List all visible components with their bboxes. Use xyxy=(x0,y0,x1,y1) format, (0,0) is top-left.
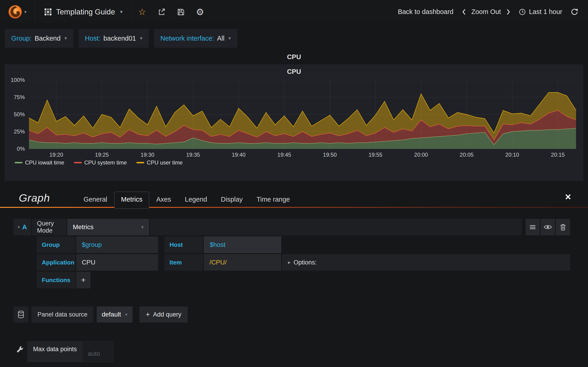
add-function-button[interactable]: + xyxy=(76,272,90,288)
caret-down-icon: ▾ xyxy=(140,35,142,41)
x-tick-label: 19:40 xyxy=(232,152,246,158)
query-row-group-host: Group $group Host $host xyxy=(37,236,570,253)
panel-type-title: Graph xyxy=(19,192,50,208)
caret-down-icon: ▾ xyxy=(141,224,144,230)
database-icon xyxy=(17,311,24,318)
y-tick-label: 100% xyxy=(11,77,25,83)
tab-time-range[interactable]: Time range xyxy=(250,192,297,208)
dashboard-title-dropdown[interactable]: Templating Guide ▾ xyxy=(35,0,132,24)
x-tick-label: 19:50 xyxy=(323,152,337,158)
plus-icon: + xyxy=(146,311,150,318)
clock-icon xyxy=(519,8,526,15)
query-toggle-visibility-button[interactable] xyxy=(541,219,555,235)
star-icon: ☆ xyxy=(138,8,146,16)
chart-legend: CPU iowait time CPU system time CPU user… xyxy=(5,159,583,166)
wrench-icon xyxy=(16,345,24,353)
datasource-value: default xyxy=(102,311,121,318)
graph-panel: CPU 100% 75% 50% 25% 0% 19:2019:2519:301… xyxy=(5,65,583,181)
caret-down-icon: ▾ xyxy=(120,9,123,15)
query-letter: A xyxy=(22,223,27,231)
max-data-points-input[interactable] xyxy=(84,341,113,362)
caret-down-icon: ▾ xyxy=(65,35,67,41)
query-mode-value: Metrics xyxy=(73,223,94,231)
query-row-filler xyxy=(150,219,522,235)
panel-title[interactable]: CPU xyxy=(5,65,583,75)
x-tick-label: 20:00 xyxy=(414,152,428,158)
host-label: Host xyxy=(164,236,203,253)
zoom-out-button[interactable]: Zoom Out xyxy=(471,8,501,16)
refresh-icon[interactable] xyxy=(571,8,578,16)
trash-icon xyxy=(560,223,566,231)
y-tick-label: 50% xyxy=(14,111,25,118)
query-delete-button[interactable] xyxy=(556,219,570,235)
max-data-points-row: Max data points xyxy=(14,341,588,362)
tab-axes[interactable]: Axes xyxy=(149,192,178,208)
variable-label: Group: xyxy=(11,35,32,42)
query-collapse-toggle[interactable]: ▾ A xyxy=(14,219,31,235)
y-tick-label: 25% xyxy=(14,128,25,135)
tab-display[interactable]: Display xyxy=(214,192,250,208)
query-row-a: ▾ A Query Mode Metrics ▾ xyxy=(14,219,570,235)
save-button[interactable] xyxy=(171,0,190,24)
dashboard-grid-icon xyxy=(44,8,52,15)
chevron-right-icon[interactable] xyxy=(506,8,510,16)
variable-value: Backend xyxy=(35,35,61,42)
chart-plot-area[interactable] xyxy=(29,80,576,149)
settings-button[interactable]: ⚙ xyxy=(190,0,210,24)
query-row-functions: Functions + xyxy=(37,272,570,288)
add-query-button[interactable]: + Add query xyxy=(139,307,188,323)
caret-right-icon: ▸ xyxy=(288,259,291,265)
variable-netif-dropdown[interactable]: Network interface: All ▾ xyxy=(154,29,237,48)
query-menu-button[interactable] xyxy=(526,219,540,235)
options-label: Options: xyxy=(294,259,317,266)
graph-area: 100% 75% 50% 25% 0% 19:2019:2519:3019:35… xyxy=(5,75,583,159)
star-button[interactable]: ☆ xyxy=(132,0,152,24)
x-tick-label: 19:35 xyxy=(186,152,200,158)
series-label: CPU system time xyxy=(84,159,127,166)
caret-down-icon: ▾ xyxy=(24,9,26,15)
caret-down-icon: ▾ xyxy=(125,312,128,317)
y-axis: 100% 75% 50% 25% 0% xyxy=(5,80,29,149)
grafana-logo-button[interactable]: ▾ xyxy=(0,0,35,24)
legend-item-user[interactable]: CPU user time xyxy=(137,159,183,166)
item-label: Item xyxy=(164,254,203,271)
chevron-left-icon[interactable] xyxy=(462,8,466,16)
options-toggle[interactable]: ▸ Options: xyxy=(282,254,570,271)
host-value-field[interactable]: $host xyxy=(204,236,281,253)
tab-metrics[interactable]: Metrics xyxy=(114,192,149,209)
tab-legend[interactable]: Legend xyxy=(178,192,214,208)
tab-general[interactable]: General xyxy=(77,192,114,208)
legend-item-system[interactable]: CPU system time xyxy=(74,159,127,166)
item-value-field[interactable]: /CPU/ xyxy=(204,254,281,271)
query-row-application-item: Application CPU Item /CPU/ ▸ Options: xyxy=(37,254,570,271)
close-editor-button[interactable]: × xyxy=(565,192,571,202)
dashboard-row-title[interactable]: CPU xyxy=(0,53,588,61)
group-value-field[interactable]: $group xyxy=(76,236,158,253)
share-icon xyxy=(157,8,165,16)
x-tick-label: 20:05 xyxy=(460,152,474,158)
variable-value: All xyxy=(217,35,225,42)
query-mode-dropdown[interactable]: Metrics ▾ xyxy=(67,219,149,235)
x-tick-label: 19:55 xyxy=(369,152,382,158)
x-tick-label: 19:25 xyxy=(95,152,109,158)
datasource-row: Panel data source default ▾ + Add query xyxy=(14,307,588,323)
panel-datasource-label: Panel data source xyxy=(32,307,94,323)
series-swatch-system xyxy=(74,162,82,163)
y-tick-label: 75% xyxy=(14,94,25,100)
time-range-label: Last 1 hour xyxy=(529,8,562,16)
caret-down-icon: ▾ xyxy=(18,224,20,230)
series-swatch-user xyxy=(137,162,144,163)
variable-host-dropdown[interactable]: Host: backend01 ▾ xyxy=(78,29,149,48)
application-value-field[interactable]: CPU xyxy=(76,254,158,271)
variable-label: Network interface: xyxy=(160,35,214,42)
share-button[interactable] xyxy=(152,0,171,24)
datasource-dropdown[interactable]: default ▾ xyxy=(97,307,132,323)
variable-group-dropdown[interactable]: Group: Backend ▾ xyxy=(5,29,73,48)
x-tick-label: 20:15 xyxy=(551,152,565,158)
grafana-logo-icon xyxy=(8,5,22,19)
x-tick-label: 19:30 xyxy=(141,152,154,158)
editor-tabs: General Metrics Axes Legend Display Time… xyxy=(77,192,297,208)
back-to-dashboard-button[interactable]: Back to dashboard xyxy=(398,8,453,16)
legend-item-iowait[interactable]: CPU iowait time xyxy=(15,159,64,166)
time-picker-button[interactable]: Last 1 hour xyxy=(519,8,562,16)
